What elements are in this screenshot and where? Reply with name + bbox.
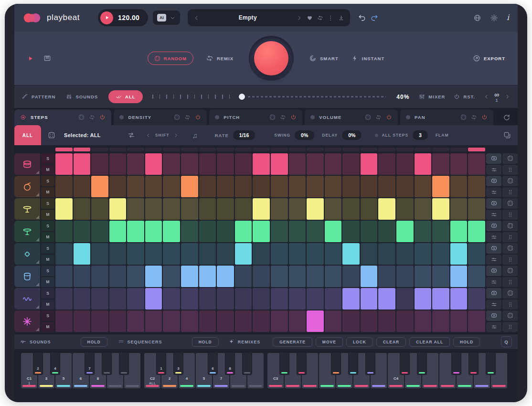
step-cell[interactable]	[91, 243, 108, 265]
ai-dropdown[interactable]: AI	[153, 11, 180, 25]
step-cell[interactable]	[325, 176, 342, 197]
export-button[interactable]: EXPORT	[473, 54, 505, 62]
step-cell[interactable]	[199, 153, 216, 175]
step-cell[interactable]	[325, 288, 342, 310]
step-cell[interactable]	[217, 310, 234, 332]
step-cell[interactable]	[91, 153, 108, 175]
step-cell[interactable]	[55, 153, 73, 175]
step-cell[interactable]	[109, 243, 127, 265]
step-cell[interactable]	[307, 176, 324, 197]
note-value-icon[interactable]: ♫	[192, 132, 197, 139]
black-key-4[interactable]: 4	[50, 353, 60, 375]
step-cell[interactable]	[342, 310, 360, 332]
step-cell[interactable]	[127, 243, 144, 265]
step-cell[interactable]	[432, 310, 449, 332]
step-cell[interactable]	[199, 243, 216, 265]
step-cell[interactable]	[55, 266, 73, 287]
step-cell[interactable]	[235, 288, 252, 310]
copy-icon[interactable]	[503, 131, 511, 139]
shift-right-icon[interactable]	[173, 133, 179, 138]
step-cell[interactable]	[307, 266, 324, 287]
black-key-1[interactable]: 1	[156, 353, 166, 375]
step-cell[interactable]	[307, 198, 324, 220]
step-cell[interactable]	[450, 153, 468, 175]
length-segment[interactable]	[235, 148, 252, 151]
clear-track-button[interactable]	[486, 153, 501, 164]
step-cell[interactable]	[109, 176, 127, 197]
randomize-track-button[interactable]	[502, 221, 518, 231]
resize-corner[interactable]	[36, 215, 39, 219]
page-next-icon[interactable]	[505, 94, 510, 99]
step-cell[interactable]	[271, 176, 288, 197]
step-cell[interactable]	[253, 221, 270, 242]
pattern-toggle[interactable]: PATTERN	[22, 94, 55, 100]
dice-icon[interactable]	[269, 114, 276, 120]
step-cell[interactable]	[289, 266, 306, 287]
step-cell[interactable]	[378, 243, 395, 265]
step-cell[interactable]	[253, 176, 270, 197]
step-cell[interactable]	[396, 243, 414, 265]
black-key[interactable]	[486, 353, 496, 375]
play-button[interactable]	[100, 11, 113, 24]
step-cell[interactable]	[415, 266, 432, 287]
randomize-track-button[interactable]	[502, 266, 518, 276]
step-cell[interactable]	[253, 266, 270, 287]
step-cell[interactable]	[127, 176, 144, 197]
step-cell[interactable]	[217, 153, 234, 175]
clear-all-button[interactable]: CLEAR ALL	[409, 337, 450, 347]
step-cell[interactable]	[307, 310, 324, 332]
step-cell[interactable]	[378, 266, 395, 287]
step-cell[interactable]	[145, 153, 162, 175]
solo-button[interactable]: S	[41, 198, 54, 209]
step-cell[interactable]	[74, 288, 91, 310]
step-cell[interactable]	[74, 176, 91, 197]
step-cell[interactable]	[325, 221, 342, 242]
step-cell[interactable]	[145, 266, 162, 287]
reset-button[interactable]: RST.	[454, 94, 475, 100]
step-cell[interactable]	[109, 288, 127, 310]
all-filter-button[interactable]: ALL	[108, 90, 142, 103]
step-cell[interactable]	[217, 288, 234, 310]
step-cell[interactable]	[217, 198, 234, 220]
slider-knob[interactable]	[239, 94, 245, 100]
page-prev-icon[interactable]	[484, 94, 489, 99]
length-segment[interactable]	[289, 148, 306, 151]
track-mix-button[interactable]	[486, 255, 501, 265]
more-options-icon[interactable]: ⋮	[328, 15, 334, 21]
step-cell[interactable]	[199, 198, 216, 220]
refresh-icon[interactable]	[280, 114, 286, 120]
step-cell[interactable]	[163, 288, 180, 310]
step-cell[interactable]	[271, 221, 288, 242]
refresh-icon[interactable]	[471, 114, 477, 120]
randomize-track-button[interactable]	[502, 153, 518, 164]
randomize-track-button[interactable]	[502, 243, 518, 254]
black-key[interactable]	[417, 353, 427, 375]
step-cell[interactable]	[342, 243, 360, 265]
mute-button[interactable]: M	[41, 232, 54, 243]
save-preset-icon[interactable]	[338, 15, 344, 21]
length-segment[interactable]	[307, 148, 324, 151]
length-segment[interactable]	[199, 148, 216, 151]
step-cell[interactable]	[91, 288, 108, 310]
step-cell[interactable]	[342, 153, 360, 175]
black-key[interactable]	[279, 353, 289, 375]
step-cell[interactable]	[199, 310, 216, 332]
black-key[interactable]	[242, 353, 252, 375]
step-cell[interactable]	[109, 198, 127, 220]
step-cell[interactable]	[253, 288, 270, 310]
step-cell[interactable]	[55, 310, 73, 332]
refresh-icon[interactable]	[375, 114, 382, 120]
solo-button[interactable]: S	[41, 243, 54, 254]
step-cell[interactable]	[217, 221, 234, 242]
step-cell[interactable]	[109, 153, 127, 175]
step-cell[interactable]	[396, 288, 414, 310]
step-cell[interactable]	[468, 176, 485, 197]
length-segment[interactable]	[378, 148, 395, 151]
hold-sounds-button[interactable]: HOLD	[81, 337, 107, 347]
step-cell[interactable]	[361, 266, 378, 287]
tab-pan[interactable]: PAN	[400, 109, 493, 125]
step-cell[interactable]	[415, 288, 432, 310]
step-cell[interactable]	[396, 266, 414, 287]
step-cell[interactable]	[342, 221, 360, 242]
step-cell[interactable]	[181, 176, 198, 197]
